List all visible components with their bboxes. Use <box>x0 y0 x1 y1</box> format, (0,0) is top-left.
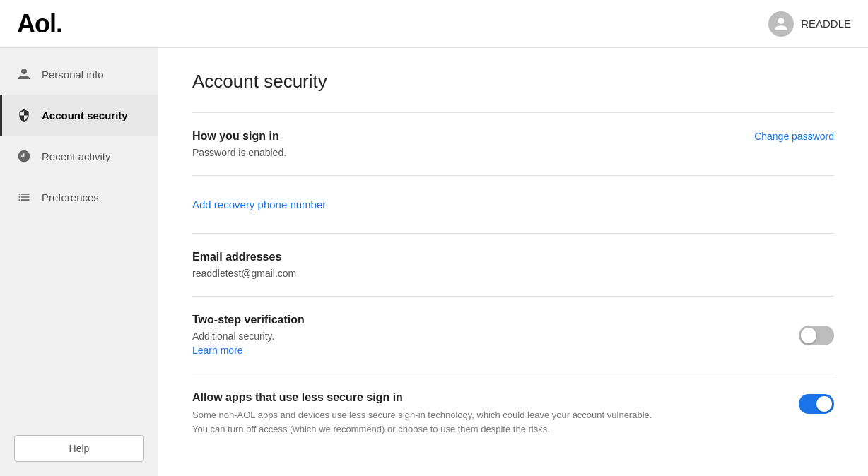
user-menu[interactable]: READDLE <box>768 11 851 37</box>
section-recovery-phone: Add recovery phone number <box>192 175 834 233</box>
two-step-toggle[interactable] <box>799 326 834 345</box>
person-icon <box>16 66 32 82</box>
main-content: Account security How you sign in Passwor… <box>158 48 868 476</box>
sidebar-label-account-security: Account security <box>42 109 128 121</box>
avatar <box>768 11 794 37</box>
section-email-addresses: Email addresses readdletest@gmail.com <box>192 233 834 296</box>
username-label: READDLE <box>801 18 851 30</box>
sidebar-label-preferences: Preferences <box>42 191 99 203</box>
email-address-value: readdletest@gmail.com <box>192 268 834 279</box>
change-password-link[interactable]: Change password <box>754 131 834 142</box>
section-allow-less-secure: Allow apps that use less secure sign in … <box>192 374 834 453</box>
sidebar-label-recent-activity: Recent activity <box>42 150 111 162</box>
less-secure-toggle-knob <box>816 396 832 412</box>
sidebar: Personal info Account security Recent ac… <box>0 48 158 476</box>
less-secure-desc: Some non-AOL apps and devices use less s… <box>192 408 687 436</box>
list-icon <box>16 189 32 205</box>
layout: Personal info Account security Recent ac… <box>0 48 868 476</box>
help-button[interactable]: Help <box>14 435 144 462</box>
sidebar-item-personal-info[interactable]: Personal info <box>0 54 158 95</box>
sign-in-subtitle: Password is enabled. <box>192 147 754 158</box>
header: Aol. READDLE <box>0 0 868 48</box>
shield-icon <box>16 107 32 123</box>
two-step-title: Two-step verification <box>192 314 799 326</box>
aol-logo: Aol. <box>17 9 62 39</box>
less-secure-toggle[interactable] <box>799 394 834 414</box>
sidebar-item-recent-activity[interactable]: Recent activity <box>0 136 158 177</box>
sidebar-item-preferences[interactable]: Preferences <box>0 177 158 218</box>
two-step-toggle-knob <box>801 328 816 343</box>
two-step-subtitle: Additional security. <box>192 331 799 342</box>
section-how-you-sign-in: How you sign in Password is enabled. Cha… <box>192 112 834 175</box>
add-recovery-phone-link[interactable]: Add recovery phone number <box>192 193 834 216</box>
section-two-step: Two-step verification Additional securit… <box>192 296 834 374</box>
clock-icon <box>16 148 32 164</box>
sign-in-title: How you sign in <box>192 130 754 143</box>
less-secure-title: Allow apps that use less secure sign in <box>192 391 799 404</box>
sidebar-label-personal-info: Personal info <box>42 69 104 81</box>
page-title: Account security <box>192 71 834 93</box>
two-step-learn-more-link[interactable]: Learn more <box>192 345 243 356</box>
sidebar-item-account-security[interactable]: Account security <box>0 95 158 136</box>
email-addresses-title: Email addresses <box>192 251 834 263</box>
